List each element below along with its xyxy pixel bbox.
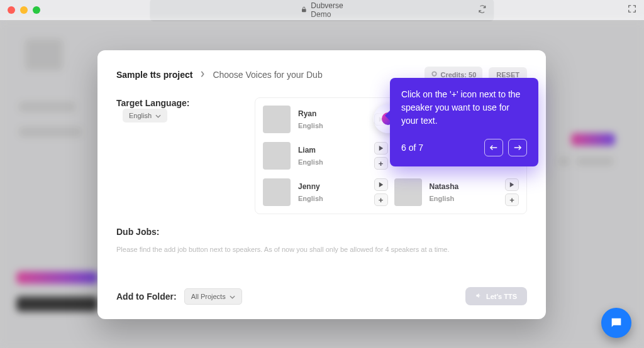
voice-name: Ryan (298, 109, 367, 118)
voice-card: Liam English + (263, 142, 388, 170)
add-speaker-button[interactable]: + (505, 193, 519, 206)
folder-value: All Projects (191, 293, 226, 300)
tour-tooltip: Click on the '+' icon next to the speake… (390, 78, 538, 166)
target-language-select[interactable]: English (123, 109, 167, 122)
page-title: Dubverse Demo (311, 1, 343, 19)
dub-jobs-title: Dub Jobs: (116, 227, 527, 237)
expand-icon[interactable] (628, 4, 636, 16)
chevron-down-icon (155, 112, 161, 119)
voice-avatar (263, 106, 291, 133)
voice-card: Ryan English (263, 106, 388, 133)
tour-next-button[interactable] (508, 139, 527, 156)
dub-jobs-hint: Please find the add job button next to s… (116, 246, 527, 253)
voice-avatar (263, 142, 291, 170)
breadcrumb-current: Sample tts project (116, 70, 192, 80)
target-language-value: English (129, 112, 152, 119)
add-speaker-button[interactable]: + (374, 193, 388, 206)
folder-label: Add to Folder: (116, 291, 177, 302)
svg-point-1 (433, 72, 436, 75)
window-controls (8, 6, 40, 14)
lets-tts-label: Let's TTS (486, 293, 517, 300)
voice-card: Natasha English + (394, 178, 519, 206)
voice-name: Jenny (298, 182, 367, 191)
credits-label: Credits: 50 (440, 71, 476, 79)
voice-avatar (394, 178, 422, 206)
voice-lang: English (298, 195, 367, 202)
volume-icon (475, 292, 482, 300)
voice-lang: English (298, 158, 367, 166)
refresh-icon[interactable] (479, 5, 487, 15)
tour-text: Click on the '+' icon next to the speake… (401, 88, 527, 128)
chat-fab[interactable] (601, 308, 631, 338)
maximize-window-button[interactable] (33, 6, 40, 14)
breadcrumb-step: Choose Voices for your Dub (213, 70, 322, 80)
play-button[interactable] (374, 142, 388, 155)
tour-step-indicator: 6 of 7 (401, 143, 423, 153)
folder-select[interactable]: All Projects (184, 288, 242, 305)
breadcrumb: Sample tts project Choose Voices for you… (116, 70, 418, 80)
chat-icon (609, 316, 623, 330)
voice-lang: English (298, 122, 367, 129)
voice-avatar (263, 178, 291, 206)
lock-icon (301, 6, 307, 14)
browser-chrome: Dubverse Demo (0, 0, 644, 20)
voice-name: Natasha (430, 182, 498, 191)
modal-footer: Add to Folder: All Projects Let's TTS (116, 287, 527, 305)
minimize-window-button[interactable] (20, 6, 28, 14)
chevron-down-icon (230, 293, 235, 300)
address-bar[interactable]: Dubverse Demo (150, 0, 494, 21)
play-button[interactable] (374, 178, 388, 191)
voice-card: Jenny English + (263, 178, 388, 206)
tour-prev-button[interactable] (484, 139, 503, 156)
add-speaker-button[interactable]: + (374, 157, 388, 170)
chevron-right-icon (200, 70, 205, 79)
close-window-button[interactable] (8, 6, 15, 14)
lets-tts-button[interactable]: Let's TTS (465, 287, 527, 305)
play-button[interactable] (505, 178, 519, 191)
voice-lang: English (430, 195, 498, 202)
dub-jobs-section: Dub Jobs: Please find the add job button… (116, 227, 527, 253)
voice-name: Liam (298, 146, 367, 155)
target-language-label: Target Language: (116, 98, 189, 108)
